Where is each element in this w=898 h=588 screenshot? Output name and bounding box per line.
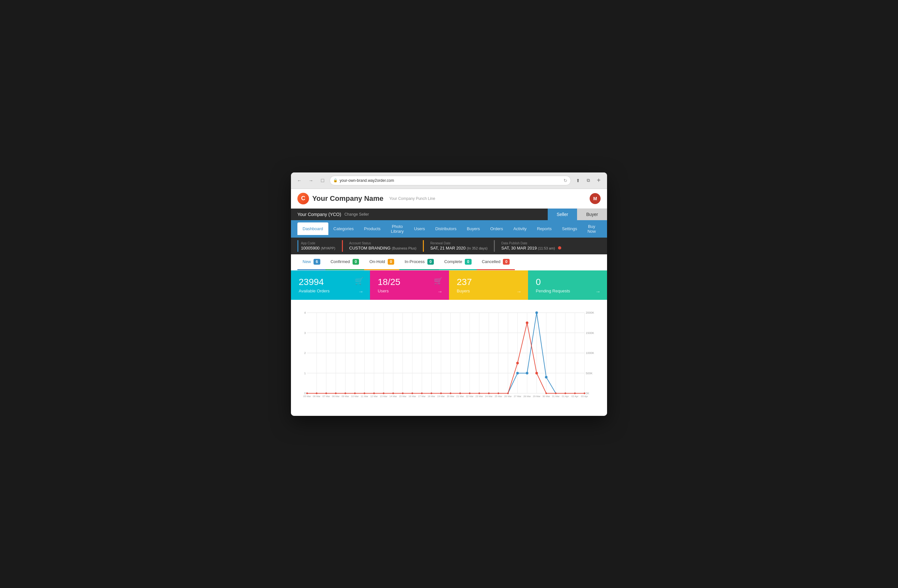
change-seller-button[interactable]: Change Seller xyxy=(344,212,369,216)
nav-item-products[interactable]: Products xyxy=(359,223,386,235)
forward-button[interactable]: → xyxy=(306,176,315,185)
status-tabs: New6Confirmed0On-Hold0In-Process0Complet… xyxy=(291,254,607,270)
status-tab-complete[interactable]: Complete0 xyxy=(439,254,477,270)
status-badge: 0 xyxy=(465,259,472,265)
metric-label: Available Orders xyxy=(299,289,362,293)
metric-label: Pending Requests xyxy=(536,289,599,293)
seller-info: Your Company (YCO) Change Seller xyxy=(291,209,375,220)
svg-point-105 xyxy=(316,392,317,394)
nav-item-distributors[interactable]: Distributors xyxy=(430,223,462,235)
renewal-date-section: Renewal Date SAT, 21 MAR 2020 (In 352 da… xyxy=(423,240,494,252)
fullscreen-button[interactable]: ⧉ xyxy=(584,176,593,185)
user-avatar[interactable]: M xyxy=(590,193,601,204)
svg-text:1000K: 1000K xyxy=(586,352,594,355)
nav-item-photo-library[interactable]: Photo Library xyxy=(386,220,409,238)
svg-point-104 xyxy=(306,392,308,394)
app-logo: C Your Company Name Your Company Punch L… xyxy=(297,193,435,204)
refresh-icon[interactable]: ↻ xyxy=(563,178,567,183)
status-tab-new[interactable]: New6 xyxy=(297,254,326,270)
back-button[interactable]: ← xyxy=(295,176,304,185)
svg-text:3: 3 xyxy=(304,331,306,334)
app-code-section: App Code 10005900 (MYAPP) xyxy=(297,240,342,252)
svg-point-96 xyxy=(516,372,519,374)
metric-label: Users xyxy=(378,289,441,293)
company-name: Your Company (YCO) xyxy=(297,212,341,217)
metric-card-3[interactable]: 0 Pending Requests → xyxy=(528,270,607,300)
metric-number: 18/25 xyxy=(378,277,441,287)
chart-area: 00K1500K21000K31500K42000K05 Mar06 Mar07… xyxy=(291,300,607,416)
svg-text:2000K: 2000K xyxy=(586,311,594,314)
browser-window: ← → □ 🔒 your-own-brand.way2order.com ↻ ⬆… xyxy=(291,172,607,416)
status-badge: 0 xyxy=(427,259,434,265)
seller-tab[interactable]: Seller xyxy=(548,209,577,220)
status-tab-cancelled[interactable]: Cancelled0 xyxy=(477,254,515,270)
chart-container: 00K1500K21000K31500K42000K05 Mar06 Mar07… xyxy=(297,306,601,409)
svg-point-114 xyxy=(402,392,403,394)
metric-card-1[interactable]: 🛒 18/25 Users → xyxy=(370,270,449,300)
svg-point-127 xyxy=(526,321,528,324)
svg-text:19 Mar: 19 Mar xyxy=(437,395,445,398)
metric-card-0[interactable]: 🛒 23994 Available Orders → xyxy=(291,270,370,300)
svg-text:26 Mar: 26 Mar xyxy=(504,395,512,398)
svg-text:14 Mar: 14 Mar xyxy=(389,395,397,398)
status-tab-in-process[interactable]: In-Process0 xyxy=(399,254,439,270)
svg-text:22 Mar: 22 Mar xyxy=(466,395,474,398)
status-badge: 6 xyxy=(314,259,320,265)
svg-point-116 xyxy=(421,392,423,394)
browser-chrome: ← → □ 🔒 your-own-brand.way2order.com ↻ ⬆… xyxy=(291,172,607,189)
buyer-tab[interactable]: Buyer xyxy=(577,209,607,220)
metric-icon: 🛒 xyxy=(434,277,443,285)
svg-point-112 xyxy=(383,392,384,394)
svg-point-109 xyxy=(354,392,356,394)
metric-arrow: → xyxy=(358,289,363,295)
svg-text:01 Apr: 01 Apr xyxy=(562,395,569,398)
svg-text:500K: 500K xyxy=(586,372,592,375)
nav-item-activity[interactable]: Activity xyxy=(508,223,532,235)
url-text: your-own-brand.way2order.com xyxy=(340,178,394,183)
svg-point-110 xyxy=(363,392,365,394)
status-tab-on-hold[interactable]: On-Hold0 xyxy=(364,254,399,270)
status-tab-label: Complete xyxy=(444,259,462,264)
svg-text:02 Apr: 02 Apr xyxy=(572,395,579,398)
publish-label: Data Publish Date xyxy=(501,241,561,245)
new-tab-button[interactable]: + xyxy=(594,176,603,185)
svg-text:1500K: 1500K xyxy=(586,331,594,334)
svg-point-129 xyxy=(546,392,547,394)
svg-text:06 Mar: 06 Mar xyxy=(313,395,321,398)
svg-point-125 xyxy=(507,392,509,394)
svg-text:07 Mar: 07 Mar xyxy=(323,395,330,398)
svg-text:29 Mar: 29 Mar xyxy=(533,395,541,398)
metric-number: 23994 xyxy=(299,277,362,287)
status-tab-confirmed[interactable]: Confirmed0 xyxy=(326,254,364,270)
metric-arrow: → xyxy=(437,289,443,295)
svg-point-99 xyxy=(545,376,547,378)
nav-item-users[interactable]: Users xyxy=(409,223,430,235)
svg-text:16 Mar: 16 Mar xyxy=(409,395,417,398)
status-badge: 0 xyxy=(388,259,395,265)
nav-item-dashboard[interactable]: Dashboard xyxy=(297,223,328,235)
nav-item-categories[interactable]: Categories xyxy=(328,223,359,235)
svg-point-119 xyxy=(450,392,451,394)
sidebar-button[interactable]: □ xyxy=(318,176,327,185)
status-badge: 0 xyxy=(352,259,359,265)
svg-text:13 Mar: 13 Mar xyxy=(380,395,388,398)
svg-point-128 xyxy=(535,372,538,374)
svg-text:23 Mar: 23 Mar xyxy=(475,395,483,398)
nav-item-buy-now[interactable]: Buy Now xyxy=(582,220,601,238)
svg-text:20 Mar: 20 Mar xyxy=(447,395,455,398)
metric-card-2[interactable]: 237 Buyers → xyxy=(449,270,528,300)
nav-item-settings[interactable]: Settings xyxy=(557,223,582,235)
app-title: Your Company Name xyxy=(312,194,383,203)
svg-point-107 xyxy=(335,392,337,394)
nav-item-orders[interactable]: Orders xyxy=(485,223,508,235)
address-bar[interactable]: 🔒 your-own-brand.way2order.com ↻ xyxy=(330,176,571,185)
svg-text:4: 4 xyxy=(304,311,306,314)
share-button[interactable]: ⬆ xyxy=(574,176,583,185)
metric-icon: 🛒 xyxy=(355,277,363,285)
nav-item-reports[interactable]: Reports xyxy=(532,223,557,235)
svg-text:17 Mar: 17 Mar xyxy=(418,395,426,398)
status-tab-label: In-Process xyxy=(404,259,424,264)
app-tagline: Your Company Punch Line xyxy=(389,197,435,201)
nav-item-buyers[interactable]: Buyers xyxy=(461,223,485,235)
svg-point-117 xyxy=(431,392,432,394)
